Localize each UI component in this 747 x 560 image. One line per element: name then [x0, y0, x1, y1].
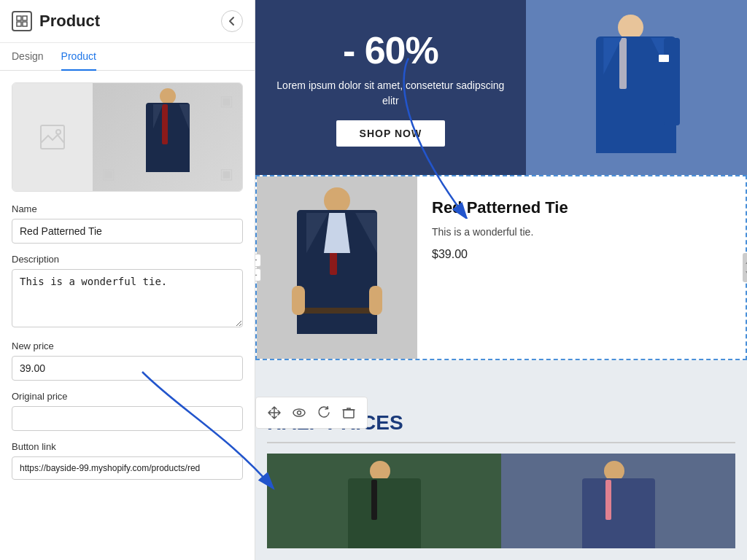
description-label: Description: [12, 254, 243, 265]
product-main-image: ▣ ▣ ▣: [93, 83, 242, 191]
right-panel: - 60% Lorem ipsum dolor sit amet, conset…: [255, 0, 747, 560]
image-placeholder-left: [12, 83, 93, 191]
hero-subtitle: Lorem ipsum dolor sit amet, consetetur s…: [270, 78, 511, 109]
delete-toolbar-btn[interactable]: [338, 402, 360, 424]
svg-rect-2: [17, 22, 21, 26]
form-section: Name Description New price Original pric…: [0, 203, 255, 480]
back-button[interactable]: [221, 10, 243, 32]
svg-rect-1: [23, 16, 27, 20]
side-handles: + −: [255, 254, 261, 281]
card-toolbar: [255, 397, 368, 429]
product-card-name: Red Patterned Tie: [432, 198, 731, 217]
hero-discount: - 60%: [343, 28, 438, 72]
product-card-info: Red Patterned Tie This is a wonderful ti…: [417, 176, 746, 359]
scroll-handle[interactable]: [743, 253, 747, 282]
product-image-preview: ▣ ▣ ▣: [12, 82, 243, 192]
placeholder-icon-bl: ▣: [101, 165, 115, 182]
tabs: Design Product: [0, 43, 255, 71]
placeholder-icon-tr: ▣: [220, 92, 233, 109]
hp-card-1: [267, 454, 501, 548]
name-input[interactable]: [12, 219, 243, 244]
description-textarea[interactable]: [12, 269, 243, 327]
half-prices-grid: [267, 454, 735, 548]
product-card-description: This is a wonderful tie.: [432, 226, 731, 238]
hero-banner: - 60% Lorem ipsum dolor sit amet, conset…: [255, 0, 747, 175]
original-price-input[interactable]: [12, 406, 243, 431]
refresh-toolbar-btn[interactable]: [313, 402, 335, 424]
hero-right: [526, 0, 747, 175]
svg-rect-4: [41, 125, 64, 149]
left-panel: Product Design Product: [0, 0, 255, 560]
move-toolbar-btn[interactable]: [263, 402, 285, 424]
original-price-label: Original price: [12, 391, 243, 402]
product-card-image: [257, 176, 417, 359]
new-price-input[interactable]: [12, 356, 243, 381]
svg-rect-0: [17, 16, 21, 20]
new-price-label: New price: [12, 341, 243, 351]
svg-point-5: [56, 130, 61, 134]
svg-point-6: [293, 409, 305, 416]
hp-card-2: [501, 454, 735, 548]
placeholder-icon-br: ▣: [220, 165, 233, 182]
button-link-label: Button link: [12, 441, 243, 452]
panel-icon: [12, 11, 32, 31]
svg-rect-3: [23, 22, 27, 26]
button-link-input[interactable]: [12, 456, 243, 480]
view-toolbar-btn[interactable]: [288, 402, 310, 424]
panel-header-left: Product: [12, 11, 100, 31]
name-label: Name: [12, 203, 243, 214]
product-card-section: + −: [255, 175, 747, 397]
panel-title: Product: [39, 12, 100, 31]
panel-header: Product: [0, 0, 255, 43]
product-card: + −: [255, 175, 747, 360]
toolbar-container: [255, 360, 747, 397]
svg-point-7: [298, 411, 301, 415]
shop-now-button[interactable]: SHOP NOW: [336, 120, 446, 147]
add-handle[interactable]: +: [255, 254, 261, 267]
product-card-price: $39.00: [432, 248, 731, 261]
minus-handle[interactable]: −: [255, 268, 261, 281]
svg-rect-8: [344, 410, 354, 418]
hero-person: [526, 0, 747, 175]
tab-product[interactable]: Product: [61, 43, 96, 71]
tab-design[interactable]: Design: [12, 43, 44, 71]
hero-left: - 60% Lorem ipsum dolor sit amet, conset…: [255, 0, 526, 175]
